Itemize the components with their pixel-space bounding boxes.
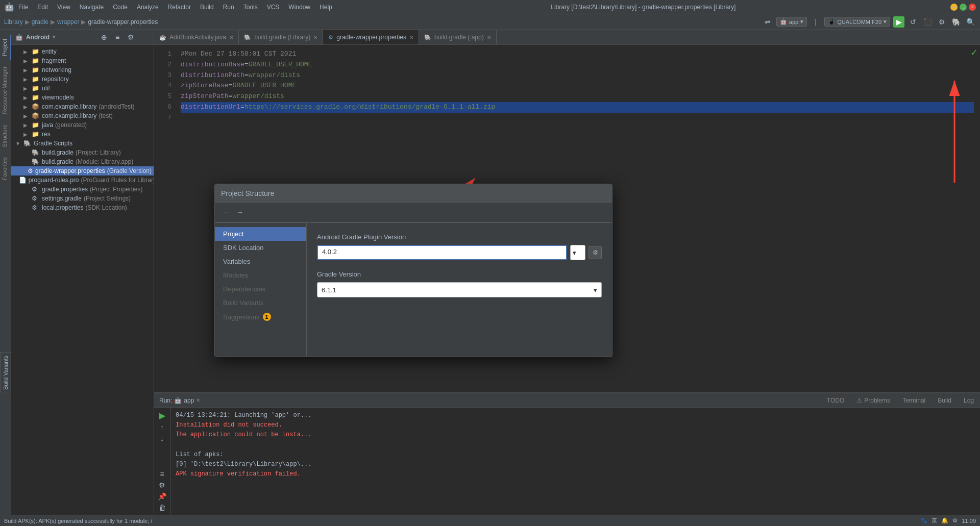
menu-tools[interactable]: Tools	[239, 3, 262, 12]
collapse-icon[interactable]: ≡	[112, 32, 123, 43]
tab-build-gradle-library[interactable]: 🐘 build.gradle (Library) ✕	[239, 30, 323, 44]
tab-terminal[interactable]: Terminal	[896, 395, 932, 406]
tab-build-gradle-app[interactable]: 🐘 build.gradle (:app) ✕	[419, 30, 497, 44]
tab-close-icon[interactable]: ✕	[313, 35, 317, 40]
scroll-down-icon[interactable]: ↓	[160, 435, 164, 443]
panel-settings-icon[interactable]: ⚙	[125, 32, 136, 43]
plugin-version-dropdown[interactable]: ▾	[570, 245, 585, 260]
tree-item-build-gradle-project[interactable]: 🐘 build.gradle (Project: Library)	[11, 148, 154, 157]
menu-analyze[interactable]: Analyze	[133, 3, 163, 12]
tree-item-androidtest[interactable]: ▶ 📦 com.example.library (androidTest)	[11, 102, 154, 111]
panel-close-icon[interactable]: —	[138, 32, 150, 43]
run-close-icon[interactable]: ✕	[196, 397, 200, 403]
dialog-nav-modules[interactable]: Modules	[215, 268, 306, 282]
properties-icon: ⚙	[32, 195, 40, 202]
filter-icon[interactable]: ≡	[160, 470, 164, 478]
run-panel-sidebar: ▶ ↑ ↓ ≡ ⚙ 📌 🗑	[154, 408, 170, 515]
tree-item-viewmodels[interactable]: ▶ 📁 viewmodels	[11, 93, 154, 102]
sidebar-item-structure[interactable]: Structure	[0, 120, 11, 152]
tab-todo[interactable]: TODO	[821, 395, 850, 406]
tree-item-networking[interactable]: ▶ 📁 networking	[11, 65, 154, 74]
breadcrumb-wrapper[interactable]: wrapper	[57, 18, 79, 26]
run-tab-label: Run:	[159, 397, 172, 404]
dialog-nav-suggestions[interactable]: Suggestions 1	[215, 310, 306, 324]
menu-edit[interactable]: Edit	[33, 3, 52, 12]
close-button[interactable]: ✕	[969, 4, 976, 11]
tree-item-label-gray: (SDK Location)	[85, 204, 127, 211]
dialog-nav-build-variants[interactable]: Build Variants	[215, 296, 306, 310]
code-editor[interactable]: #Mon Dec 27 18:58:01 CST 2021 distributi…	[175, 45, 980, 128]
gradle-version-dropdown[interactable]: 6.1.1 ▾	[317, 282, 602, 297]
dialog-nav-variables[interactable]: Variables	[215, 255, 306, 268]
dropdown-arrow-icon[interactable]: ▾	[53, 34, 56, 40]
tree-item-local-properties[interactable]: ⚙ local.properties (SDK Location)	[11, 203, 154, 212]
forward-button[interactable]: →	[234, 207, 246, 218]
menu-code[interactable]: Code	[109, 3, 132, 12]
tab-build[interactable]: Build	[932, 395, 958, 406]
tab-problems[interactable]: ⚠ Problems	[850, 395, 896, 406]
tab-log[interactable]: Log	[958, 395, 980, 406]
tree-item-entity[interactable]: ▶ 📁 entity	[11, 47, 154, 56]
menu-navigate[interactable]: Navigate	[76, 3, 108, 12]
dialog-nav-project[interactable]: Project	[215, 227, 306, 241]
gradle-sync-icon[interactable]: 🐘	[950, 16, 962, 28]
device-selector[interactable]: 📱 QUALCOMM F20 ▾	[824, 17, 890, 27]
refresh-icon[interactable]: ↺	[908, 16, 919, 28]
menu-file[interactable]: File	[14, 3, 32, 12]
indent-spacer	[23, 159, 30, 165]
breadcrumb-library[interactable]: Library	[4, 18, 23, 26]
back-button[interactable]: ←	[221, 207, 232, 218]
tree-item-gradle-scripts[interactable]: ▼ 🐘 Gradle Scripts	[11, 139, 154, 148]
menu-run[interactable]: Run	[219, 3, 238, 12]
tree-item-fragment[interactable]: ▶ 📁 fragment	[11, 56, 154, 65]
sidebar-item-resource-manager[interactable]: Resource Manager	[0, 62, 11, 118]
tab-close-icon[interactable]: ✕	[487, 35, 491, 40]
sidebar-item-favorites[interactable]: Favorites	[0, 153, 11, 184]
tree-item-test[interactable]: ▶ 📦 com.example.library (test)	[11, 111, 154, 120]
tab-close-icon[interactable]: ✕	[229, 35, 233, 40]
pin-icon[interactable]: 📌	[158, 492, 166, 500]
gradle-version-field: Gradle Version 6.1.1 ▾	[317, 270, 602, 297]
breadcrumb-gradle[interactable]: gradle	[32, 18, 48, 26]
settings-icon[interactable]: ⚙	[936, 16, 947, 28]
tree-item-gradle-wrapper[interactable]: ⚙ gradle-wrapper.properties (Gradle Vers…	[11, 166, 154, 176]
locate-icon[interactable]: ⊕	[99, 32, 110, 43]
tab-label: build.gradle (Library)	[254, 34, 310, 41]
menu-view[interactable]: View	[53, 3, 75, 12]
plugin-version-action-btn[interactable]: ⚙	[589, 246, 602, 259]
tab-close-icon[interactable]: ✕	[409, 35, 413, 40]
tab-addbookactivity[interactable]: ☕ AddBookActivity.java ✕	[154, 30, 239, 44]
tab-gradle-wrapper-properties[interactable]: ⚙ gradle-wrapper.properties ✕	[323, 30, 419, 44]
search-icon[interactable]: 🔍	[965, 16, 976, 28]
scroll-up-icon[interactable]: ↑	[160, 423, 164, 432]
tree-item-gradle-properties[interactable]: ⚙ gradle.properties (Project Properties)	[11, 185, 154, 194]
checkmark-icon: ✓	[968, 45, 980, 60]
project-panel: 🤖 Android ▾ ⊕ ≡ ⚙ — ▶ 📁 entity ▶ 📁 fragm…	[11, 30, 154, 515]
maximize-button[interactable]: □	[960, 4, 967, 11]
tree-item-repository[interactable]: ▶ 📁 repository	[11, 74, 154, 84]
run-play-icon[interactable]: ▶	[159, 411, 165, 420]
dialog-nav-dependencies[interactable]: Dependencies	[215, 282, 306, 296]
tree-item-java-generated[interactable]: ▶ 📁 java (generated)	[11, 120, 154, 130]
menu-window[interactable]: Window	[284, 3, 314, 12]
menu-refactor[interactable]: Refactor	[164, 3, 195, 12]
plugin-version-input[interactable]: 4.0.2	[317, 245, 567, 260]
tree-item-res[interactable]: ▶ 📁 res	[11, 130, 154, 139]
menu-build[interactable]: Build	[196, 3, 218, 12]
settings-panel-icon[interactable]: ⚙	[159, 481, 165, 489]
stop-icon[interactable]: ⬛	[922, 16, 933, 28]
sidebar-item-project[interactable]: Project	[0, 35, 11, 60]
menu-vcs[interactable]: VCS	[263, 3, 284, 12]
sync-icon[interactable]: ⇌	[762, 16, 773, 28]
tree-item-proguard[interactable]: 📄 proguard-rules.pro (ProGuard Rules for…	[11, 176, 154, 185]
menu-help[interactable]: Help	[315, 3, 336, 12]
run-button[interactable]: ▶	[893, 16, 904, 28]
app-selector[interactable]: 🤖 app ▾	[776, 17, 807, 27]
dialog-nav-sdk[interactable]: SDK Location	[215, 241, 306, 255]
trash-icon[interactable]: 🗑	[159, 504, 166, 512]
tree-item-settings-gradle[interactable]: ⚙ settings.gradle (Project Settings)	[11, 194, 154, 203]
tree-item-util[interactable]: ▶ 📁 util	[11, 84, 154, 93]
minimize-button[interactable]: —	[950, 4, 958, 11]
tree-item-build-gradle-module[interactable]: 🐘 build.gradle (Module: Library.app)	[11, 157, 154, 166]
build-variants-vertical-tab[interactable]: Build Variants	[0, 352, 11, 393]
